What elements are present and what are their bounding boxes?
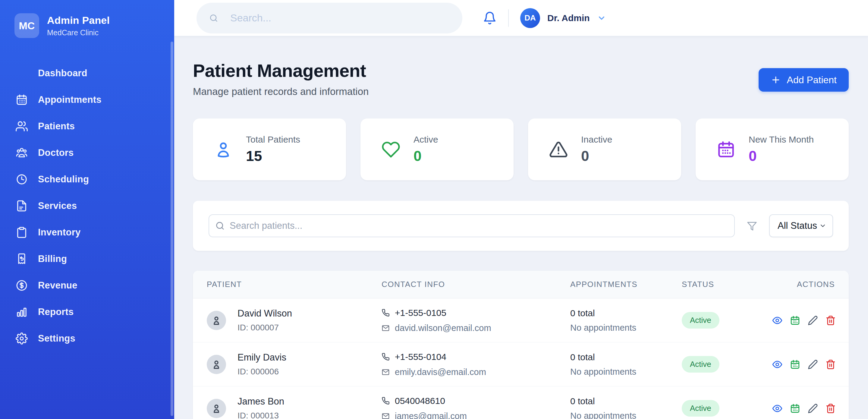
- schedule-button[interactable]: [790, 359, 800, 369]
- notifications-button[interactable]: [483, 11, 497, 25]
- appointments-total: 0 total: [570, 396, 682, 406]
- edit-button[interactable]: [808, 359, 818, 369]
- patient-search[interactable]: [209, 214, 735, 237]
- table-row: James Bon ID: 000013 0540048610 james@gm…: [193, 386, 849, 419]
- calendar-icon: [790, 359, 800, 369]
- delete-button[interactable]: [826, 403, 836, 414]
- table-header: PATIENT CONTACT INFO APPOINTMENTS STATUS…: [193, 271, 849, 298]
- funnel-icon: [747, 221, 757, 231]
- status-cell: Active: [682, 400, 772, 417]
- receipt-icon: [16, 253, 28, 265]
- calendar-icon: [790, 315, 800, 326]
- phone-icon: [381, 397, 390, 405]
- delete-button[interactable]: [826, 315, 836, 326]
- trash-icon: [826, 403, 836, 414]
- patient-cell: David Wilson ID: 000007: [207, 308, 381, 332]
- view-button[interactable]: [772, 315, 782, 326]
- view-button[interactable]: [772, 403, 782, 414]
- plus-icon: [771, 75, 781, 85]
- patient-id: ID: 000013: [238, 411, 284, 419]
- stat-card-total-patients: Total Patients 15: [193, 118, 346, 180]
- status-filter-select[interactable]: All Status: [769, 214, 833, 237]
- avatar: DA: [520, 8, 540, 28]
- schedule-button[interactable]: [790, 403, 800, 414]
- edit-button[interactable]: [808, 403, 818, 414]
- appointments-cell: 0 total No appointments: [570, 396, 682, 419]
- sidebar-item-appointments[interactable]: Appointments: [7, 90, 165, 110]
- column-header-appointments: APPOINTMENTS: [570, 280, 682, 289]
- patient-phone: +1-555-0104: [395, 352, 446, 362]
- pencil-icon: [808, 359, 818, 369]
- edit-button[interactable]: [808, 315, 818, 326]
- content: Patient Management Manage patient record…: [174, 36, 868, 419]
- schedule-button[interactable]: [790, 315, 800, 326]
- calendar-icon: [717, 140, 735, 159]
- column-header-contact-info: CONTACT INFO: [381, 280, 570, 289]
- trash-icon: [826, 359, 836, 369]
- sidebar-scrollbar[interactable]: [170, 41, 173, 416]
- appointments-cell: 0 total No appointments: [570, 308, 682, 333]
- actions-cell: [772, 403, 836, 414]
- page-title: Patient Management: [193, 60, 369, 81]
- bar-chart-icon: [16, 306, 28, 318]
- mail-icon: [381, 412, 390, 419]
- stat-value: 15: [246, 148, 300, 164]
- sidebar-item-revenue[interactable]: Revenue: [7, 275, 165, 295]
- sidebar-item-patients[interactable]: Patients: [7, 116, 165, 136]
- view-button[interactable]: [772, 359, 782, 369]
- global-search[interactable]: [196, 3, 462, 33]
- sidebar-item-label: Services: [38, 201, 77, 211]
- sidebar-item-settings[interactable]: Settings: [7, 329, 165, 349]
- patient-email: james@gmail.com: [395, 411, 467, 419]
- heart-icon: [381, 140, 400, 159]
- add-patient-button[interactable]: Add Patient: [758, 68, 849, 92]
- sidebar-nav: Dashboard Appointments Patients Doctors: [0, 63, 174, 349]
- global-search-input[interactable]: [196, 3, 462, 33]
- table-row: David Wilson ID: 000007 +1-555-0105 davi…: [193, 298, 849, 342]
- patient-name: James Bon: [238, 396, 284, 407]
- sidebar-item-doctors[interactable]: Doctors: [7, 143, 165, 163]
- appointments-total: 0 total: [570, 352, 682, 362]
- sidebar-item-services[interactable]: Services: [7, 196, 165, 216]
- sidebar-item-label: Scheduling: [38, 174, 89, 185]
- eye-icon: [772, 359, 782, 369]
- sidebar-item-reports[interactable]: Reports: [7, 302, 165, 322]
- calendar-icon: [16, 94, 28, 106]
- mail-icon: [381, 368, 390, 376]
- sidebar: MC Admin Panel MedCare Clinic Dashboard …: [0, 0, 174, 419]
- contact-cell: 0540048610 james@gmail.com: [381, 396, 570, 419]
- sidebar-item-scheduling[interactable]: Scheduling: [7, 170, 165, 189]
- topbar-divider: [508, 9, 509, 27]
- sidebar-item-billing[interactable]: Billing: [7, 249, 165, 269]
- patient-search-input[interactable]: [209, 214, 735, 237]
- patient-name: Emily Davis: [238, 352, 286, 363]
- user-menu[interactable]: DA Dr. Admin: [520, 8, 606, 28]
- people-group-icon: [16, 147, 28, 159]
- patient-cell: Emily Davis ID: 000006: [207, 352, 381, 377]
- patient-id: ID: 000007: [238, 323, 292, 332]
- sidebar-item-inventory[interactable]: Inventory: [7, 222, 165, 242]
- patients-table: PATIENT CONTACT INFO APPOINTMENTS STATUS…: [193, 271, 849, 419]
- sidebar-item-label: Patients: [38, 121, 75, 132]
- actions-cell: [772, 315, 836, 326]
- patient-id: ID: 000006: [238, 367, 286, 377]
- brand-logo: MC: [14, 13, 39, 38]
- stat-card-new-this-month: New This Month 0: [695, 118, 849, 180]
- pencil-icon: [808, 315, 818, 326]
- brand-subtitle: MedCare Clinic: [47, 28, 110, 37]
- filter-bar: All Status: [193, 201, 849, 251]
- patient-phone: 0540048610: [395, 396, 445, 406]
- appointments-total: 0 total: [570, 308, 682, 318]
- stat-text: New This Month 0: [749, 134, 814, 164]
- delete-button[interactable]: [826, 359, 836, 369]
- stat-value: 0: [581, 148, 612, 164]
- screen: MC Admin Panel MedCare Clinic Dashboard …: [0, 0, 868, 419]
- chevron-down-icon: [597, 13, 606, 23]
- sidebar-item-dashboard[interactable]: Dashboard: [7, 63, 165, 83]
- user-icon: [214, 140, 233, 159]
- appointments-cell: 0 total No appointments: [570, 352, 682, 377]
- column-header-status: STATUS: [682, 280, 772, 289]
- sidebar-item-label: Billing: [38, 253, 67, 264]
- patient-email: emily.davis@email.com: [395, 367, 486, 377]
- stat-value: 0: [749, 148, 814, 164]
